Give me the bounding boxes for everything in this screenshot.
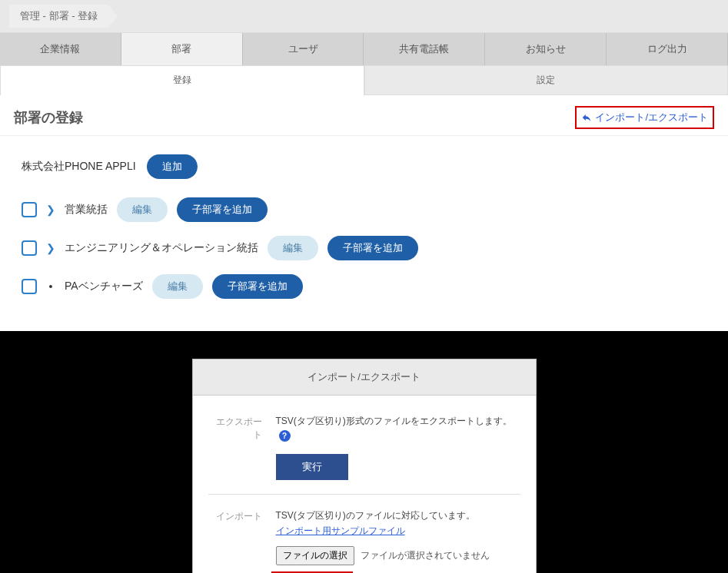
main-tab-3[interactable]: 共有電話帳 — [364, 33, 485, 65]
main-tab-4[interactable]: お知らせ — [485, 33, 607, 65]
expand-icon[interactable]: ❯ — [46, 242, 55, 254]
import-label: インポート — [208, 508, 262, 565]
admin-page: 管理 - 部署 - 登録 企業情報部署ユーザ共有電話帳お知らせログ出力 登録設定… — [0, 0, 728, 331]
bullet-icon: • — [46, 280, 55, 293]
export-action: 実行 — [276, 454, 520, 480]
export-execute-button[interactable]: 実行 — [276, 454, 348, 480]
breadcrumb: 管理 - 部署 - 登録 — [9, 5, 108, 28]
export-desc: TSV(タブ区切り)形式のファイルをエクスポートします。? — [276, 414, 520, 443]
department-row: •PAベンチャーズ編集子部署を追加 — [22, 274, 706, 299]
import-export-modal: インポート/エクスポート エクスポート TSV(タブ区切り)形式のファイルをエク… — [192, 359, 537, 573]
file-status: ファイルが選択されていません — [361, 548, 490, 563]
add-child-button[interactable]: 子部署を追加 — [212, 274, 303, 299]
select-checkbox[interactable] — [22, 202, 37, 217]
modal-body: エクスポート TSV(タブ区切り)形式のファイルをエクスポートします。? 実行 … — [193, 396, 536, 573]
file-select-button[interactable]: ファイルの選択 — [276, 546, 354, 565]
select-checkbox[interactable] — [22, 240, 37, 256]
export-row: エクスポート TSV(タブ区切り)形式のファイルをエクスポートします。? — [208, 414, 520, 443]
edit-button[interactable]: 編集 — [152, 274, 203, 299]
sub-tabs: 登録設定 — [0, 65, 728, 95]
import-export-link[interactable]: インポート/エクスポート — [575, 106, 714, 129]
main-tab-2[interactable]: ユーザ — [243, 33, 364, 65]
page-header: 部署の登録 インポート/エクスポート — [0, 95, 728, 135]
import-desc: TSV(タブ区切り)のファイルに対応しています。 インポート用サンプルファイル … — [276, 508, 490, 565]
department-name: 営業統括 — [65, 203, 108, 217]
file-select-row: ファイルの選択 ファイルが選択されていません — [276, 546, 490, 565]
reply-arrow-icon — [581, 112, 592, 123]
main-tab-1[interactable]: 部署 — [121, 33, 243, 65]
department-row: ❯エンジニアリング＆オペレーション統括編集子部署を追加 — [22, 236, 706, 260]
sub-tab-0[interactable]: 登録 — [0, 65, 364, 95]
main-tabs: 企業情報部署ユーザ共有電話帳お知らせログ出力 — [0, 33, 728, 65]
department-content: 株式会社PHONE APPLI 追加 ❯営業統括編集子部署を追加❯エンジニアリン… — [0, 135, 728, 331]
main-tab-5[interactable]: ログ出力 — [607, 33, 728, 65]
modal-backdrop: インポート/エクスポート エクスポート TSV(タブ区切り)形式のファイルをエク… — [0, 359, 728, 573]
modal-title: インポート/エクスポート — [193, 359, 536, 396]
add-child-button[interactable]: 子部署を追加 — [177, 197, 268, 222]
export-label: エクスポート — [208, 414, 262, 443]
org-root-row: 株式会社PHONE APPLI 追加 — [22, 154, 706, 179]
edit-button[interactable]: 編集 — [117, 197, 168, 222]
department-name: PAベンチャーズ — [65, 280, 143, 293]
expand-icon[interactable]: ❯ — [46, 204, 55, 216]
add-child-button[interactable]: 子部署を追加 — [327, 236, 418, 260]
page-title: 部署の登録 — [14, 108, 83, 127]
select-checkbox[interactable] — [22, 279, 37, 294]
divider — [208, 494, 520, 495]
help-icon[interactable]: ? — [279, 430, 291, 442]
breadcrumb-bar: 管理 - 部署 - 登録 — [0, 0, 728, 33]
separator-gap — [0, 331, 728, 359]
sub-tab-1[interactable]: 設定 — [364, 65, 729, 95]
edit-button[interactable]: 編集 — [268, 236, 318, 260]
org-root-name: 株式会社PHONE APPLI — [22, 160, 136, 174]
department-list: ❯営業統括編集子部署を追加❯エンジニアリング＆オペレーション統括編集子部署を追加… — [22, 197, 706, 299]
sample-file-link[interactable]: インポート用サンプルファイル — [276, 525, 405, 536]
add-button[interactable]: 追加 — [147, 154, 198, 179]
main-tab-0[interactable]: 企業情報 — [0, 33, 121, 65]
department-name: エンジニアリング＆オペレーション統括 — [65, 241, 258, 255]
import-row: インポート TSV(タブ区切り)のファイルに対応しています。 インポート用サンプ… — [208, 508, 520, 565]
department-row: ❯営業統括編集子部署を追加 — [22, 197, 706, 222]
